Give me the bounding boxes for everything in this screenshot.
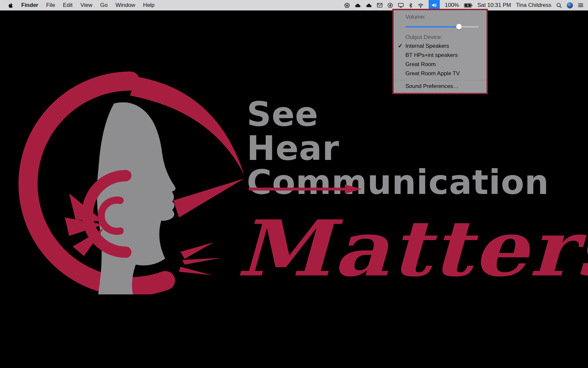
- menu-clock[interactable]: Sat 10:31 PM: [477, 2, 511, 9]
- apple-icon: [8, 2, 13, 9]
- volume-label: Volume:: [394, 13, 487, 21]
- menu-file[interactable]: File: [42, 0, 59, 10]
- output-device-great-room-apple-tv[interactable]: Great Room Apple TV: [394, 69, 487, 78]
- annotation-highlight-box: Volume: Output Device: ✓ Internal Speake…: [392, 9, 488, 94]
- spotlight-search-icon[interactable]: [556, 0, 562, 10]
- volume-slider-fill: [405, 26, 459, 27]
- device-label: Internal Speakers: [405, 43, 449, 49]
- shutter-icon[interactable]: [344, 0, 350, 10]
- menu-help[interactable]: Help: [139, 0, 158, 10]
- output-device-bt-hps[interactable]: BT HPs+int speakers: [394, 51, 487, 60]
- logo-strikethrough-arrow: [248, 183, 363, 196]
- apple-menu[interactable]: [0, 0, 17, 10]
- device-label: BT HPs+int speakers: [405, 52, 458, 58]
- menu-edit[interactable]: Edit: [59, 0, 76, 10]
- logo-word-see: See: [247, 97, 549, 131]
- logo-mouth-ray: [180, 242, 214, 259]
- menu-finder[interactable]: Finder: [17, 0, 42, 10]
- volume-slider-knob[interactable]: [456, 24, 462, 29]
- logo-mouth-ray: [179, 267, 212, 275]
- notification-center-icon[interactable]: [578, 0, 583, 10]
- device-label: Great Room: [405, 61, 436, 67]
- output-device-great-room[interactable]: Great Room: [394, 60, 487, 69]
- cloud-icon[interactable]: [366, 0, 372, 10]
- menu-window[interactable]: Window: [112, 0, 139, 10]
- volume-menu: Volume: Output Device: ✓ Internal Speake…: [394, 10, 487, 93]
- logo-word-hear: Hear: [247, 131, 549, 165]
- sound-preferences-item[interactable]: Sound Preferences…: [394, 82, 487, 91]
- logo-face: [97, 102, 175, 294]
- logo-word-matters: Matters: [236, 210, 588, 287]
- device-label: Great Room Apple TV: [405, 70, 460, 77]
- menu-go[interactable]: Go: [96, 0, 112, 10]
- logo-mouth-ray: [182, 258, 222, 265]
- gmail-icon[interactable]: [377, 0, 383, 10]
- logo-speech-wedge: [173, 179, 244, 218]
- menu-view[interactable]: View: [77, 0, 97, 10]
- volume-slider-track: [405, 26, 479, 27]
- checkmark-icon: ✓: [398, 43, 402, 49]
- output-device-internal-speakers[interactable]: ✓ Internal Speakers: [394, 42, 487, 51]
- avatar[interactable]: [567, 2, 573, 9]
- cloud-icon[interactable]: [355, 0, 361, 10]
- volume-slider[interactable]: [405, 22, 479, 32]
- user-menu[interactable]: Tina Childress: [516, 2, 551, 9]
- output-device-label: Output Device:: [394, 33, 487, 42]
- sound-preferences-label: Sound Preferences…: [405, 83, 459, 89]
- menu-separator: [394, 80, 487, 80]
- svg-text:d: d: [389, 4, 391, 7]
- menu-bar: Finder File Edit View Go Window Help d: [0, 0, 588, 10]
- menu-bar-left: Finder File Edit View Go Window Help: [0, 0, 158, 10]
- logo-head-graphic: [13, 61, 247, 294]
- battery-percent: 100%: [445, 2, 459, 9]
